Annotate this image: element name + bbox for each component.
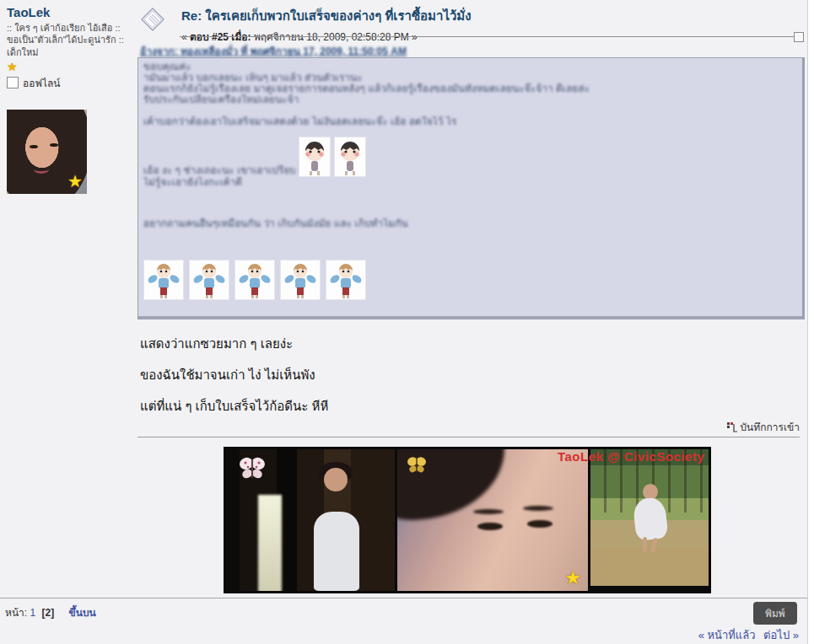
emoticon-cheer-icon	[280, 260, 321, 300]
emoticon-cheer-icon	[143, 260, 184, 300]
current-page: [2]	[42, 607, 55, 619]
post-title: Re: ใครเคยเก็บพวกใบเสร็จของค่างๆ ที่เราซ…	[181, 6, 772, 26]
print-button[interactable]: พิมพ์	[753, 602, 797, 625]
avatar-star-icon: ★	[67, 171, 83, 191]
signature-image-strip: ★ TaoLek @ CivicSociety	[224, 447, 711, 593]
signature-watermark: TaoLek @ CivicSociety	[558, 449, 704, 464]
content-area: TaoLek :: ใคร ๆ เค้าก้อเรียก ไอ้เสือ :: …	[0, 0, 808, 644]
signature-divider	[137, 437, 800, 437]
pages-label: หน้า:	[5, 607, 27, 619]
blurred-line: อยากถามคนอื่นๆเหมือนกัน ว่า เก็บกันมั่งม…	[143, 218, 472, 229]
header-divider	[180, 36, 799, 37]
membergroup-star-icon: ★	[7, 61, 133, 72]
logged-label: บันทึกการเข้า	[741, 421, 801, 433]
emoticon-girl-icon	[299, 137, 331, 177]
signature-photo-doorway	[226, 449, 395, 591]
blurred-line: ขอบคุณค่ะ	[143, 62, 219, 72]
blurred-line: รับประกันเปลี่ยนเครื่องใหม่เลยนะจ้า	[143, 94, 342, 105]
blurred-line: ามันมาแล้ว บอกเลยนะ เห็นๆ มาแล้ว ส่วนตัว…	[143, 72, 413, 83]
post-body: แสดงว่าแกซวยมาก ๆ เลยง่ะ ของฉันใช้มาจนเก…	[140, 330, 781, 431]
emoticon-cheer-icon	[189, 260, 229, 300]
previous-page-link[interactable]: « หน้าที่แล้ว	[698, 629, 756, 641]
logged-icon	[726, 422, 738, 433]
emoticon-cheer-icon	[234, 260, 275, 300]
blurred-line: เฮ้อ งะ ๆ ช่างเถอะนะ เขาเอาเปรียบ	[143, 165, 295, 176]
page-1-link[interactable]: 1	[30, 607, 36, 619]
signature-photo-park	[590, 449, 709, 586]
butterfly-icon	[238, 456, 267, 481]
emoticon-girl-icon	[334, 137, 366, 177]
footer-divider	[0, 598, 807, 598]
blurred-line: ไม่รู้จะเอายังไงกะเค้าดี	[143, 177, 287, 188]
poster-custom-title: :: ใคร ๆ เค้าก้อเรียก ไอ้เสือ :: ขอเป็น"…	[7, 22, 133, 58]
offline-label: ออฟไลน์	[23, 75, 61, 91]
post-paragraph: ของฉันใช้มาจนเก่า ไง่ ไม่เห็นพัง	[140, 368, 781, 382]
offline-indicator-icon	[7, 77, 19, 89]
photo-star-icon: ★	[564, 567, 581, 589]
page-navigation: หน้า: 1 [2] ขึ้นบน	[5, 604, 96, 620]
post-paragraph: แสดงว่าแกซวยมาก ๆ เลยง่ะ	[140, 337, 781, 351]
next-page-link[interactable]: ต่อไป »	[763, 629, 799, 641]
butterfly-icon	[406, 456, 428, 475]
blurred-line: เค้าบอกว่าต้องเอาใบเสร็จมาแสดงด้วย ไม่งั…	[143, 116, 506, 127]
forum-page: TaoLek :: ใคร ๆ เค้าก้อเรียก ไอ้เสือ :: …	[0, 0, 814, 644]
emoticon-cheer-icon	[326, 260, 366, 300]
logged-row: บันทึกการเข้า	[137, 419, 800, 435]
post-paragraph: แต่ที่แน่ ๆ เก็บใบเสร็จไว้ก้อดีนะ หีหี	[140, 400, 781, 413]
quoted-message: ขอบคุณค่ะ ามันมาแล้ว บอกเลยนะ เห็นๆ มาแล…	[137, 57, 805, 319]
go-up-link[interactable]: ขึ้นบน	[69, 607, 96, 619]
poster-username-link[interactable]: TaoLek	[7, 5, 50, 19]
quickmod-checkbox[interactable]	[794, 32, 804, 42]
prev-next-nav: « หน้าที่แล้ว ต่อไป »	[693, 626, 799, 644]
blurred-line: ตอนแรกก็ยังไม่รู้เรื่องเลย มาดูเจอรายการ…	[143, 83, 692, 94]
post-date: พฤศจิกายน 18, 2009, 02:58:28 PM »	[254, 31, 418, 43]
signature-photo-face: ★	[397, 449, 588, 591]
post-message-icon	[140, 7, 165, 35]
reply-number: ตอบ #25 เมื่อ:	[190, 31, 251, 43]
poster-avatar: ★	[7, 110, 87, 194]
